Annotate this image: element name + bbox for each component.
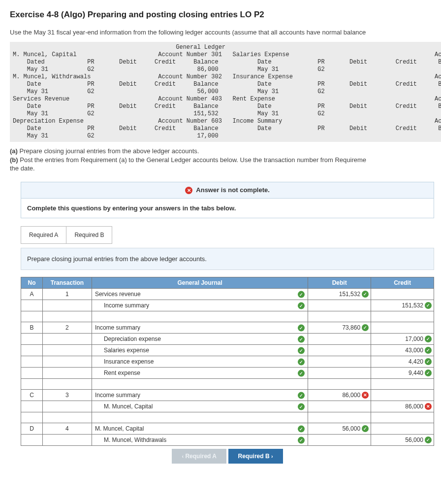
cell-credit[interactable]: 151,532✓ <box>371 300 434 311</box>
intro-text: Use the May 31 fiscal year-end informati… <box>10 29 441 36</box>
cell-credit[interactable]: 56,000✓ <box>371 434 434 445</box>
cell-debit[interactable] <box>308 434 371 445</box>
cell-credit[interactable] <box>371 423 434 434</box>
general-ledger-block: General Ledger M. Muncel, Capital Accoun… <box>10 42 441 142</box>
next-button-label: Required B <box>238 453 270 460</box>
cell-credit[interactable]: 9,440✓ <box>371 367 434 378</box>
table-row <box>21 412 434 423</box>
cell-credit[interactable]: 43,000✓ <box>371 344 434 356</box>
panel-instruction: Prepare closing journal entries from the… <box>21 248 434 269</box>
cell-account[interactable]: M. Muncel, Capital✓ <box>92 401 308 412</box>
cell-transaction <box>42 356 92 367</box>
cell-debit[interactable] <box>308 311 371 322</box>
cell-credit[interactable]: 86,000✕ <box>371 401 434 412</box>
check-icon: ✓ <box>425 336 432 342</box>
table-row: M. Muncel, Withdrawals✓56,000✓ <box>21 434 434 445</box>
cell-account[interactable] <box>92 311 308 322</box>
general-journal-table: No Transaction General Journal Debit Cre… <box>21 277 434 446</box>
error-icon: ✕ <box>425 403 432 410</box>
cell-credit[interactable] <box>371 389 434 401</box>
tab-required-a[interactable]: Required A <box>21 226 66 244</box>
account-name: Rent expense <box>95 370 140 376</box>
cell-debit[interactable] <box>308 344 371 356</box>
cell-account[interactable]: Depreciation expense✓ <box>92 333 308 344</box>
cell-no <box>21 300 43 311</box>
cell-debit[interactable]: 151,532✓ <box>308 288 371 300</box>
answer-status-body: Complete this questions by entering your… <box>21 199 434 218</box>
cell-account[interactable] <box>92 412 308 423</box>
cell-account[interactable]: Services revenue✓ <box>92 288 308 300</box>
cell-no <box>21 378 43 389</box>
cell-credit[interactable] <box>371 378 434 389</box>
cell-account[interactable]: M. Muncel, Withdrawals✓ <box>92 434 308 445</box>
table-row: Depreciation expense✓17,000✓ <box>21 333 434 344</box>
table-row: Insurance expense✓4,420✓ <box>21 356 434 367</box>
page-title: Exercise 4-8 (Algo) Preparing and postin… <box>10 10 441 20</box>
cell-debit[interactable] <box>308 412 371 423</box>
table-row: A1Services revenue✓151,532✓ <box>21 288 434 300</box>
nav-buttons: ‹ Required A Required B › <box>21 449 434 464</box>
tabs: Required A Required B <box>21 226 441 244</box>
cell-transaction <box>42 344 92 356</box>
debit-value: 86,000 <box>342 392 360 399</box>
account-name: Insurance expense <box>95 358 154 365</box>
check-icon: ✓ <box>298 358 305 365</box>
cell-debit[interactable]: 56,000✓ <box>308 423 371 434</box>
cell-transaction <box>42 333 92 344</box>
credit-value: 56,000 <box>405 437 423 443</box>
account-name: Income summary <box>95 324 140 331</box>
cell-debit[interactable] <box>308 356 371 367</box>
account-name: Salaries expense <box>95 347 149 354</box>
cell-no <box>21 333 43 344</box>
chevron-left-icon: ‹ <box>182 453 184 459</box>
cell-debit[interactable] <box>308 333 371 344</box>
col-transaction: Transaction <box>42 277 92 288</box>
cell-debit[interactable]: 86,000✕ <box>308 389 371 401</box>
cell-no <box>21 344 43 356</box>
next-button[interactable]: Required B › <box>228 449 283 464</box>
cell-no <box>21 412 43 423</box>
tab-required-b[interactable]: Required B <box>66 226 112 244</box>
cell-account[interactable] <box>92 378 308 389</box>
cell-debit[interactable] <box>308 300 371 311</box>
check-icon: ✓ <box>298 302 305 309</box>
cell-credit[interactable] <box>371 322 434 333</box>
cell-credit[interactable] <box>371 288 434 300</box>
cell-credit[interactable] <box>371 311 434 322</box>
cell-transaction <box>42 367 92 378</box>
instr-a-text: Prepare closing journal entries from the… <box>20 147 199 155</box>
cell-no <box>21 356 43 367</box>
answer-status-header: ✕ Answer is not complete. <box>21 182 434 199</box>
debit-value: 73,860 <box>342 324 360 331</box>
table-row: Salaries expense✓43,000✓ <box>21 344 434 356</box>
cell-debit[interactable] <box>308 401 371 412</box>
check-icon: ✓ <box>298 370 305 376</box>
cell-debit[interactable]: 73,860✓ <box>308 322 371 333</box>
cell-no: D <box>21 423 43 434</box>
account-name: M. Muncel, Capital <box>95 403 153 410</box>
cell-debit[interactable] <box>308 367 371 378</box>
account-name: Income summary <box>95 392 140 399</box>
cell-transaction: 3 <box>42 389 92 401</box>
cell-debit[interactable] <box>308 378 371 389</box>
cell-account[interactable]: Income summary✓ <box>92 322 308 333</box>
instructions: (a) Prepare closing journal entries from… <box>10 147 441 173</box>
cell-transaction: 2 <box>42 322 92 333</box>
cell-account[interactable]: M. Muncel, Capital✓ <box>92 423 308 434</box>
cell-account[interactable]: Income summary✓ <box>92 389 308 401</box>
check-icon: ✓ <box>362 425 369 432</box>
check-icon: ✓ <box>425 347 432 354</box>
cell-account[interactable]: Rent expense✓ <box>92 367 308 378</box>
cell-credit[interactable] <box>371 412 434 423</box>
check-icon: ✓ <box>425 358 432 365</box>
cell-credit[interactable]: 17,000✓ <box>371 333 434 344</box>
check-icon: ✓ <box>298 291 305 298</box>
cell-account[interactable]: Insurance expense✓ <box>92 356 308 367</box>
cell-account[interactable]: Salaries expense✓ <box>92 344 308 356</box>
check-icon: ✓ <box>298 425 305 432</box>
cell-credit[interactable]: 4,420✓ <box>371 356 434 367</box>
credit-value: 4,420 <box>409 358 423 365</box>
cell-no: A <box>21 288 43 300</box>
cell-transaction: 4 <box>42 423 92 434</box>
cell-account[interactable]: Income summary✓ <box>92 300 308 311</box>
